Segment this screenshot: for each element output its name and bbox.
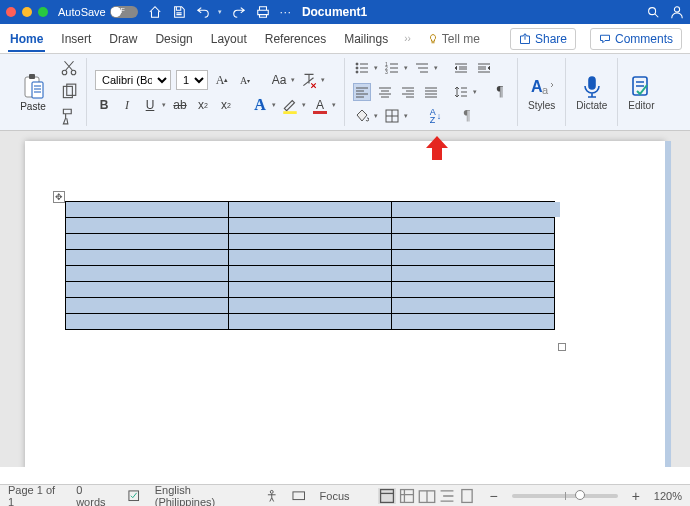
svg-rect-23 — [380, 489, 393, 502]
draft-view-button[interactable] — [458, 488, 476, 504]
accessibility-icon[interactable] — [265, 489, 278, 503]
increase-indent-button[interactable] — [475, 59, 493, 77]
page-count[interactable]: Page 1 of 1 — [8, 484, 62, 507]
language-status[interactable]: English (Philippines) — [155, 484, 251, 507]
save-icon[interactable] — [172, 5, 186, 19]
show-paragraph-marks-button[interactable]: ¶ — [491, 83, 509, 101]
bullets-caret[interactable]: ▾ — [374, 64, 378, 72]
home-icon[interactable] — [148, 5, 162, 19]
align-center-button[interactable] — [376, 83, 394, 101]
tab-design[interactable]: Design — [153, 26, 194, 52]
underline-button[interactable]: U — [141, 96, 159, 114]
borders-caret[interactable]: ▾ — [404, 112, 408, 120]
pilcrow-button[interactable]: ¶ — [458, 107, 476, 125]
highlight-button[interactable] — [281, 96, 299, 114]
document-table[interactable] — [65, 201, 555, 330]
redo-icon[interactable] — [232, 5, 246, 19]
borders-button[interactable] — [383, 107, 401, 125]
subscript-button[interactable]: x2 — [194, 96, 212, 114]
italic-button[interactable]: I — [118, 96, 136, 114]
shading-button[interactable] — [353, 107, 371, 125]
autosave-label: AutoSave — [58, 6, 106, 18]
comments-button[interactable]: Comments — [590, 28, 682, 50]
search-icon[interactable] — [646, 5, 660, 19]
font-name-select[interactable]: Calibri (Bo… — [95, 70, 171, 90]
tab-references[interactable]: References — [263, 26, 328, 52]
tab-draw[interactable]: Draw — [107, 26, 139, 52]
line-spacing-button[interactable] — [452, 83, 470, 101]
align-right-button[interactable] — [399, 83, 417, 101]
clipboard-group: Paste — [6, 58, 87, 126]
strikethrough-button[interactable]: ab — [171, 96, 189, 114]
editor-button[interactable]: Editor — [626, 74, 656, 111]
zoom-slider[interactable] — [512, 494, 618, 498]
editor-label: Editor — [628, 100, 654, 111]
highlight-caret[interactable]: ▾ — [302, 101, 306, 109]
superscript-button[interactable]: x2 — [217, 96, 235, 114]
close-window-button[interactable] — [6, 7, 16, 17]
web-layout-view-button[interactable] — [398, 488, 416, 504]
multilevel-list-button[interactable] — [413, 59, 431, 77]
word-count[interactable]: 0 words — [76, 484, 113, 507]
shading-caret[interactable]: ▾ — [374, 112, 378, 120]
font-size-select[interactable]: 12 — [176, 70, 208, 90]
table-move-handle[interactable]: ✥ — [53, 191, 65, 203]
maximize-window-button[interactable] — [38, 7, 48, 17]
text-effects-button[interactable]: A — [251, 96, 269, 114]
tabs-overflow-icon[interactable]: ›› — [404, 33, 411, 44]
undo-dropdown-icon[interactable]: ▾ — [218, 8, 222, 16]
share-button[interactable]: Share — [510, 28, 576, 50]
font-color-caret[interactable]: ▾ — [332, 101, 336, 109]
copy-icon[interactable] — [60, 83, 78, 101]
minimize-window-button[interactable] — [22, 7, 32, 17]
zoom-level[interactable]: 120% — [654, 490, 682, 502]
clear-formatting-icon[interactable] — [300, 71, 318, 89]
document-page[interactable]: ✥ — [25, 141, 665, 467]
more-icon[interactable]: ··· — [280, 6, 292, 18]
account-icon[interactable] — [670, 5, 684, 19]
numbering-button[interactable]: 123 — [383, 59, 401, 77]
change-case-button[interactable]: Aa — [270, 71, 288, 89]
sort-button[interactable]: AZ↓ — [426, 107, 444, 125]
focus-label[interactable]: Focus — [320, 490, 350, 502]
decrease-indent-button[interactable] — [452, 59, 470, 77]
tab-layout[interactable]: Layout — [209, 26, 249, 52]
paste-button[interactable]: Paste — [14, 73, 52, 112]
spellcheck-status-icon[interactable] — [127, 489, 140, 503]
outline-view-button[interactable] — [438, 488, 456, 504]
numbering-caret[interactable]: ▾ — [404, 64, 408, 72]
font-color-button[interactable]: A — [311, 96, 329, 114]
focus-mode-icon[interactable] — [292, 489, 305, 503]
line-spacing-caret[interactable]: ▾ — [473, 88, 477, 96]
dictate-button[interactable]: Dictate — [574, 74, 609, 111]
zoom-in-button[interactable]: + — [632, 488, 640, 504]
table-resize-handle[interactable] — [558, 343, 566, 351]
change-case-caret[interactable]: ▾ — [291, 76, 295, 84]
autosave-toggle[interactable]: AutoSave OFF — [58, 6, 138, 18]
undo-icon[interactable] — [196, 5, 210, 19]
styles-pane-button[interactable]: Aa Styles — [526, 74, 557, 111]
cut-icon[interactable] — [60, 59, 78, 77]
print-layout-view-button[interactable] — [378, 488, 396, 504]
justify-button[interactable] — [422, 83, 440, 101]
format-painter-icon[interactable] — [60, 107, 78, 125]
read-mode-view-button[interactable] — [418, 488, 436, 504]
clear-format-caret[interactable]: ▾ — [321, 76, 325, 84]
bullets-button[interactable] — [353, 59, 371, 77]
autosave-switch[interactable]: OFF — [110, 6, 138, 18]
tab-home[interactable]: Home — [8, 26, 45, 52]
grow-font-icon[interactable]: A▴ — [213, 71, 231, 89]
document-canvas[interactable]: ✥ — [0, 131, 690, 467]
zoom-out-button[interactable]: − — [490, 488, 498, 504]
tab-mailings[interactable]: Mailings — [342, 26, 390, 52]
shrink-font-icon[interactable]: A▾ — [236, 71, 254, 89]
bold-button[interactable]: B — [95, 96, 113, 114]
tab-insert[interactable]: Insert — [59, 26, 93, 52]
underline-caret[interactable]: ▾ — [162, 101, 166, 109]
tell-me-search[interactable]: Tell me — [427, 32, 480, 46]
align-left-button[interactable] — [353, 83, 371, 101]
multilevel-caret[interactable]: ▾ — [434, 64, 438, 72]
print-icon[interactable] — [256, 5, 270, 19]
text-effects-caret[interactable]: ▾ — [272, 101, 276, 109]
share-label: Share — [535, 32, 567, 46]
